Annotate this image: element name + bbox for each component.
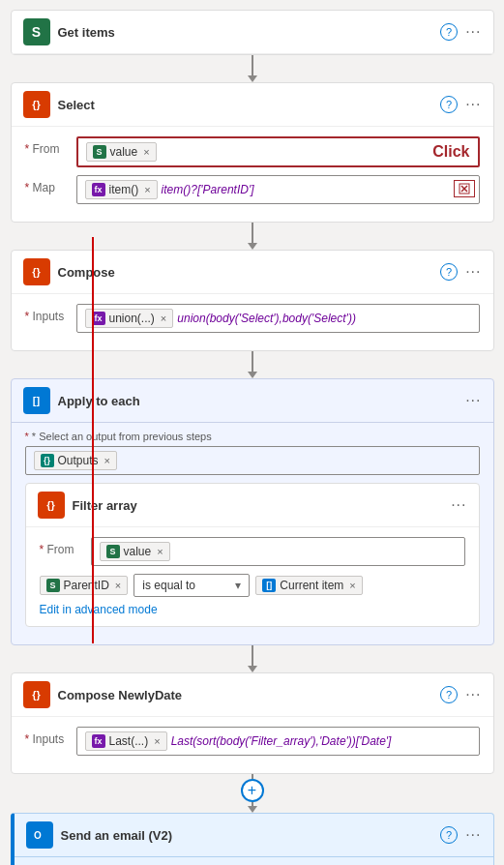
current-item-close[interactable]: × <box>349 580 355 591</box>
select-more[interactable]: ··· <box>465 96 481 113</box>
outlook-icon: O <box>31 826 48 844</box>
select-help[interactable]: ? <box>440 96 458 113</box>
compose-fx-icon: fx <box>92 312 105 325</box>
filter-array-card: {} Filter array ··· From S value <box>25 483 480 627</box>
select-from-row: From S value × Click <box>25 136 480 167</box>
compose-newlydate-actions: ? ··· <box>440 686 481 703</box>
select-from-label: From <box>25 136 69 156</box>
send-email-icon: O <box>26 821 53 849</box>
current-item-text: Current item <box>280 579 343 592</box>
filter-from-label: From <box>40 537 83 556</box>
operator-text: is equal to <box>142 579 195 592</box>
get-items-card: S Get items ? ··· <box>11 10 494 55</box>
newlydate-expr: Last(sort(body('Filter_array'),'Date'))[… <box>171 734 392 748</box>
filter-array-header: {} Filter array ··· <box>26 484 479 527</box>
send-email-body: To SG Sunshine Gu × Subject NewlyDate <box>15 857 493 865</box>
tag-close-btn[interactable]: × <box>143 146 149 158</box>
select-output-label: * Select an output from previous steps <box>25 431 480 442</box>
filter-array-actions: ··· <box>451 496 466 514</box>
plus-connector: + <box>241 774 264 813</box>
compose-newlydate-title: Compose NewlyDate <box>58 688 441 702</box>
compose-actions: ? ··· <box>440 263 481 281</box>
apply-output-value[interactable]: {} Outputs × <box>25 446 480 475</box>
get-items-actions: ? ··· <box>440 23 481 41</box>
delete-map-btn[interactable] <box>454 180 475 197</box>
select-header: {} Select ? ··· <box>12 83 493 127</box>
plus-arrow-head <box>248 806 257 813</box>
get-items-header: S Get items ? ··· <box>12 11 493 54</box>
send-email-more[interactable]: ··· <box>465 826 481 844</box>
map-expr: item()?['ParentID'] <box>162 183 254 196</box>
filter-array-icon: {} <box>38 492 65 519</box>
filter-from-text: value <box>124 545 152 558</box>
tag-item-text: item() <box>109 183 139 196</box>
tag-map-close[interactable]: × <box>144 184 150 195</box>
add-step-button[interactable]: + <box>241 779 264 802</box>
select-from-value[interactable]: S value × Click <box>76 136 480 167</box>
select-from-tag: S value × <box>86 142 157 162</box>
filter-from-value[interactable]: S value × <box>91 537 465 566</box>
edit-advanced-link[interactable]: Edit in advanced mode <box>40 603 158 616</box>
get-items-icon: S <box>23 18 50 45</box>
select-actions: ? ··· <box>440 96 481 113</box>
compose-title: Compose <box>58 265 441 280</box>
compose-inputs-label: Inputs <box>25 304 69 323</box>
parentid-close[interactable]: × <box>115 580 121 591</box>
select-icon: {} <box>23 91 50 118</box>
compose-inputs-value[interactable]: fx union(...) × union(body('Select'),bod… <box>76 304 480 333</box>
newlydate-inputs-row: Inputs fx Last(...) × Last(sort(body('Fi… <box>25 727 480 756</box>
arrow-2 <box>248 223 257 250</box>
parentid-icon: S <box>46 579 60 592</box>
filter-from-close[interactable]: × <box>157 546 163 557</box>
select-title: Select <box>58 98 441 112</box>
newlydate-last-text: Last(...) <box>109 734 149 748</box>
compose-union-text: union(...) <box>109 312 155 325</box>
apply-each-header: [] Apply to each ··· <box>12 379 493 423</box>
plus-line-top <box>252 774 253 779</box>
newlydate-inputs-label: Inputs <box>25 727 69 746</box>
filter-condition-row: S ParentID × is equal to ▾ [] Current it… <box>40 574 465 597</box>
tag-fx-icon: fx <box>92 183 105 196</box>
parentid-tag: S ParentID × <box>40 576 129 595</box>
compose-newlydate-more[interactable]: ··· <box>465 686 481 703</box>
newlydate-last-close[interactable]: × <box>154 735 160 747</box>
select-card: {} Select ? ··· From S value × Click <box>11 82 494 223</box>
get-items-help[interactable]: ? <box>440 23 458 41</box>
filter-from-row: From S value × <box>40 537 465 566</box>
apply-outputs-tag: {} Outputs × <box>34 451 117 470</box>
current-item-icon: [] <box>262 579 276 592</box>
apply-outputs-icon: {} <box>41 454 54 467</box>
compose-inputs-tag: fx union(...) × <box>85 309 174 328</box>
send-email-actions: ? ··· <box>440 826 481 844</box>
filter-array-body: From S value × S Paren <box>26 527 479 626</box>
operator-dropdown[interactable]: is equal to ▾ <box>133 574 250 597</box>
compose-more[interactable]: ··· <box>465 263 481 281</box>
send-email-help[interactable]: ? <box>440 826 458 844</box>
get-items-title: Get items <box>58 25 441 40</box>
newlydate-inputs-value[interactable]: fx Last(...) × Last(sort(body('Filter_ar… <box>76 727 480 756</box>
apply-outputs-close[interactable]: × <box>104 455 110 466</box>
newlydate-last-tag: fx Last(...) × <box>85 731 167 751</box>
send-email-card: O Send an email (V2) ? ··· To SG Sunshin… <box>11 813 494 865</box>
tag-value-text: value <box>110 145 138 159</box>
filter-from-tag: S value × <box>100 542 170 561</box>
compose-help[interactable]: ? <box>440 263 458 281</box>
compose-icon: {} <box>23 258 50 285</box>
tag-s-icon: S <box>93 145 106 159</box>
apply-outputs-text: Outputs <box>58 454 99 467</box>
select-map-tag: fx item() × <box>85 180 158 199</box>
apply-each-icon: [] <box>23 387 50 414</box>
apply-each-more[interactable]: ··· <box>465 392 481 409</box>
apply-each-card: [] Apply to each ··· * Select an output … <box>11 378 494 645</box>
send-email-title: Send an email (V2) <box>61 828 441 843</box>
filter-array-title: Filter array <box>73 498 452 513</box>
compose-newlydate-help[interactable]: ? <box>440 686 458 703</box>
compose-tag-close[interactable]: × <box>161 313 166 324</box>
svg-text:O: O <box>34 830 42 841</box>
filter-array-more[interactable]: ··· <box>451 496 466 514</box>
select-map-value[interactable]: fx item() × item()?['ParentID'] <box>76 175 480 204</box>
apply-each-title: Apply to each <box>58 394 466 408</box>
get-items-more[interactable]: ··· <box>465 23 481 41</box>
arrow-4 <box>248 645 257 672</box>
arrow-3 <box>248 351 257 378</box>
